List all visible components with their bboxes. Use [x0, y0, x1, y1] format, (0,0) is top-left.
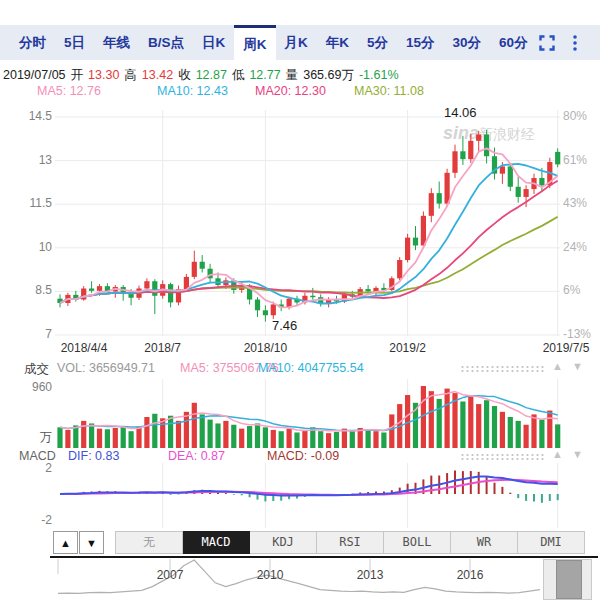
mini-scrollbar[interactable]	[543, 559, 592, 600]
indicator-tab-WR[interactable]: WR	[451, 531, 518, 554]
price-axis-label: 10	[16, 240, 52, 254]
quote-segment: 高	[124, 68, 137, 82]
quote-segment: 低	[232, 68, 245, 82]
volume-pane-title: 成交	[24, 361, 49, 378]
quote-segment: 量	[286, 68, 299, 82]
ma-legend-item: MA10: 12.43	[157, 84, 228, 98]
mini-year-label: 2007	[148, 568, 192, 582]
pane-legend-item: MA10: 4047755.54	[258, 361, 364, 375]
period-tabbar: 分时5日年线B/S点日K周K月K年K5分15分30分60分	[0, 25, 600, 60]
ma-legend-item: MA20: 12.30	[255, 84, 326, 98]
indicator-tab-RSI[interactable]: RSI	[317, 531, 384, 554]
indicator-tabs: 无MACDKDJRSIBOLLWRDMI	[115, 531, 585, 554]
period-tab-15分[interactable]: 15分	[397, 25, 444, 60]
volume-unit-label: 万	[16, 429, 52, 446]
macd-y-bottom-label: -2	[16, 513, 52, 527]
low-annotation: 7.46	[272, 318, 297, 333]
volume-pane-down-icon[interactable]: ▼	[572, 360, 583, 372]
ma-legend-item: MA30: 11.08	[354, 84, 424, 98]
quote-summary-row: 2019/07/05开13.30高13.42收12.87低12.77量365.6…	[3, 67, 404, 82]
indicator-tab-KDJ[interactable]: KDJ	[250, 531, 317, 554]
date-axis-label: 2019/7/5	[543, 341, 590, 355]
more-menu-icon[interactable]	[568, 34, 582, 52]
pane-legend-item: MACD: -0.09	[267, 449, 339, 463]
quote-segment: 开	[71, 68, 84, 82]
macd-y-top-label: 2	[16, 461, 52, 475]
fullscreen-icon[interactable]	[539, 35, 555, 51]
volume-pane-header: 成交 ▲ ▼ VOL: 3656949.71MA5: 3755067.76MA1…	[0, 361, 600, 376]
mini-year-label: 2016	[448, 568, 492, 582]
ma-legend-item: MA5: 12.76	[37, 84, 101, 98]
price-axis-label: 14.5	[16, 109, 52, 123]
period-tab-5日[interactable]: 5日	[55, 25, 94, 60]
percent-axis-label: 61%	[563, 153, 587, 167]
period-tab-60分[interactable]: 60分	[490, 25, 537, 60]
mini-year-label: 2013	[348, 568, 392, 582]
indicator-down-button[interactable]: ▼	[79, 531, 104, 554]
quote-segment: 365.69万	[303, 68, 354, 82]
date-axis-label: 2018/4/4	[61, 341, 108, 355]
indicator-tab-无[interactable]: 无	[115, 531, 183, 554]
mini-chart-top-border	[50, 556, 598, 558]
period-tab-年K[interactable]: 年K	[317, 25, 358, 60]
period-tab-年线[interactable]: 年线	[94, 25, 139, 60]
percent-axis-label: -13%	[563, 327, 591, 341]
period-tab-月K[interactable]: 月K	[276, 25, 317, 60]
period-tab-分时[interactable]: 分时	[10, 25, 55, 60]
date-axis-label: 2019/2	[389, 341, 426, 355]
pane-legend-item: DIF: 0.83	[68, 449, 119, 463]
quote-segment: 13.30	[88, 68, 119, 82]
pane-legend-item: VOL: 3656949.71	[57, 361, 155, 375]
macd-pane-up-icon[interactable]: ▲	[552, 448, 563, 460]
high-annotation: 14.06	[444, 105, 477, 120]
price-axis-label: 8.5	[16, 283, 52, 297]
percent-axis-label: 6%	[563, 283, 580, 297]
period-tab-5分[interactable]: 5分	[358, 25, 397, 60]
indicator-tab-MACD[interactable]: MACD	[183, 531, 250, 554]
pane-legend-item: DEA: 0.87	[168, 449, 225, 463]
indicator-tab-DMI[interactable]: DMI	[518, 531, 585, 554]
price-axis-label: 11.5	[16, 196, 52, 210]
price-axis-label: 7	[16, 327, 52, 341]
percent-axis-label: 80%	[563, 109, 587, 123]
quote-segment: -1.61%	[359, 68, 399, 82]
date-axis-label: 2018/10	[244, 341, 287, 355]
period-tab-B/S点[interactable]: B/S点	[139, 25, 193, 60]
indicator-up-button[interactable]: ▲	[53, 531, 78, 554]
quote-segment: 收	[178, 68, 191, 82]
quote-segment: 13.42	[142, 68, 173, 82]
period-tabs: 分时5日年线B/S点日K周K月K年K5分15分30分60分	[10, 25, 537, 68]
period-tab-30分[interactable]: 30分	[444, 25, 491, 60]
volume-y-max-label: 960	[16, 380, 52, 394]
percent-axis-label: 24%	[563, 240, 587, 254]
volume-pane-drag-grip[interactable]	[460, 365, 544, 374]
price-axis-label: 13	[16, 153, 52, 167]
quote-segment: 2019/07/05	[3, 68, 66, 82]
macd-pane-drag-grip[interactable]	[460, 453, 544, 462]
period-tab-周K[interactable]: 周K	[234, 25, 275, 68]
stock-chart-app: sina新浪财经 分时5日年线B/S点日K周K月K年K5分15分30分60分 2…	[0, 0, 600, 600]
mini-year-label: 2010	[248, 568, 292, 582]
macd-pane-down-icon[interactable]: ▼	[572, 448, 583, 460]
percent-axis-label: 43%	[563, 196, 587, 210]
date-axis-label: 2018/7	[144, 341, 181, 355]
quote-segment: 12.87	[196, 68, 227, 82]
macd-pane-header: MACD ▲ ▼ DIF: 0.83DEA: 0.87MACD: -0.09	[0, 449, 600, 464]
volume-pane-up-icon[interactable]: ▲	[552, 360, 563, 372]
period-tab-日K[interactable]: 日K	[193, 25, 234, 60]
quote-segment: 12.77	[249, 68, 280, 82]
indicator-tab-BOLL[interactable]: BOLL	[384, 531, 451, 554]
mini-scrollbar-handle[interactable]	[556, 560, 582, 599]
